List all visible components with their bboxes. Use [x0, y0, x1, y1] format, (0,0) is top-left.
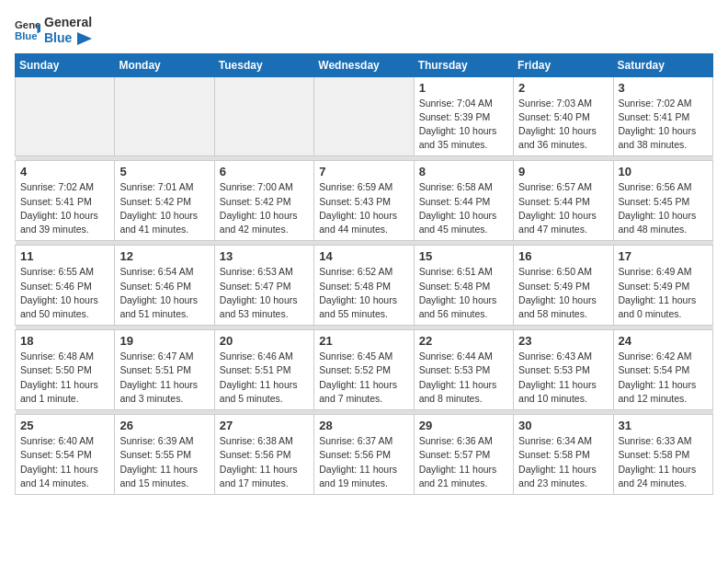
day-number: 8: [419, 165, 508, 178]
weekday-header-saturday: Saturday: [613, 53, 712, 76]
day-info: Sunrise: 6:58 AM Sunset: 5:44 PM Dayligh…: [419, 180, 508, 236]
day-info: Sunrise: 6:45 AM Sunset: 5:52 PM Dayligh…: [319, 350, 408, 406]
day-number: 11: [20, 249, 109, 263]
empty-cell: [115, 76, 214, 156]
day-info: Sunrise: 6:33 AM Sunset: 5:58 PM Dayligh…: [619, 434, 708, 490]
weekday-header-friday: Friday: [514, 53, 613, 76]
day-number: 7: [319, 165, 408, 178]
day-cell-17: 17Sunrise: 6:49 AM Sunset: 5:49 PM Dayli…: [613, 246, 712, 326]
day-cell-31: 31Sunrise: 6:33 AM Sunset: 5:58 PM Dayli…: [613, 415, 712, 495]
day-number: 14: [319, 249, 408, 263]
svg-text:General: General: [15, 19, 40, 30]
svg-text:Blue: Blue: [15, 29, 38, 40]
empty-cell: [16, 76, 115, 156]
day-info: Sunrise: 6:36 AM Sunset: 5:57 PM Dayligh…: [419, 434, 508, 490]
day-number: 19: [119, 334, 209, 348]
day-number: 30: [518, 419, 608, 432]
day-cell-20: 20Sunrise: 6:46 AM Sunset: 5:51 PM Dayli…: [214, 330, 313, 410]
day-info: Sunrise: 6:56 AM Sunset: 5:45 PM Dayligh…: [619, 180, 708, 236]
day-number: 29: [419, 419, 508, 432]
day-info: Sunrise: 6:39 AM Sunset: 5:55 PM Dayligh…: [119, 434, 209, 490]
day-info: Sunrise: 6:55 AM Sunset: 5:46 PM Dayligh…: [20, 265, 109, 321]
weekday-header-row: SundayMondayTuesdayWednesdayThursdayFrid…: [16, 53, 713, 76]
day-cell-29: 29Sunrise: 6:36 AM Sunset: 5:57 PM Dayli…: [414, 415, 513, 495]
day-cell-23: 23Sunrise: 6:43 AM Sunset: 5:53 PM Dayli…: [514, 330, 613, 410]
calendar-table: SundayMondayTuesdayWednesdayThursdayFrid…: [15, 53, 713, 495]
day-number: 1: [419, 81, 508, 95]
day-number: 23: [518, 334, 608, 348]
day-info: Sunrise: 6:59 AM Sunset: 5:43 PM Dayligh…: [319, 180, 408, 236]
day-cell-21: 21Sunrise: 6:45 AM Sunset: 5:52 PM Dayli…: [314, 330, 414, 410]
logo-text-blue: Blue: [44, 30, 92, 46]
day-cell-4: 4Sunrise: 7:02 AM Sunset: 5:41 PM Daylig…: [16, 161, 115, 241]
day-cell-3: 3Sunrise: 7:02 AM Sunset: 5:41 PM Daylig…: [613, 76, 712, 156]
day-cell-26: 26Sunrise: 6:39 AM Sunset: 5:55 PM Dayli…: [115, 415, 214, 495]
day-info: Sunrise: 6:37 AM Sunset: 5:56 PM Dayligh…: [319, 434, 408, 490]
day-number: 5: [119, 165, 209, 178]
day-cell-27: 27Sunrise: 6:38 AM Sunset: 5:56 PM Dayli…: [214, 415, 313, 495]
day-cell-6: 6Sunrise: 7:00 AM Sunset: 5:42 PM Daylig…: [214, 161, 313, 241]
day-number: 26: [119, 419, 209, 432]
day-cell-14: 14Sunrise: 6:52 AM Sunset: 5:48 PM Dayli…: [314, 246, 414, 326]
day-cell-9: 9Sunrise: 6:57 AM Sunset: 5:44 PM Daylig…: [514, 161, 613, 241]
day-cell-22: 22Sunrise: 6:44 AM Sunset: 5:53 PM Dayli…: [414, 330, 513, 410]
day-info: Sunrise: 7:01 AM Sunset: 5:42 PM Dayligh…: [119, 180, 209, 236]
day-number: 31: [619, 419, 708, 432]
day-info: Sunrise: 6:38 AM Sunset: 5:56 PM Dayligh…: [220, 434, 309, 490]
day-number: 17: [619, 249, 708, 263]
weekday-header-thursday: Thursday: [414, 53, 513, 76]
day-info: Sunrise: 6:53 AM Sunset: 5:47 PM Dayligh…: [220, 265, 309, 321]
weekday-header-tuesday: Tuesday: [214, 53, 313, 76]
day-info: Sunrise: 6:49 AM Sunset: 5:49 PM Dayligh…: [619, 265, 708, 321]
day-cell-12: 12Sunrise: 6:54 AM Sunset: 5:46 PM Dayli…: [115, 246, 214, 326]
empty-cell: [314, 76, 414, 156]
page-header: General Blue General Blue: [15, 15, 713, 46]
logo-icon: General Blue: [15, 17, 40, 43]
week-row-2: 4Sunrise: 7:02 AM Sunset: 5:41 PM Daylig…: [16, 161, 713, 241]
svg-marker-3: [77, 32, 92, 45]
day-cell-8: 8Sunrise: 6:58 AM Sunset: 5:44 PM Daylig…: [414, 161, 513, 241]
day-cell-25: 25Sunrise: 6:40 AM Sunset: 5:54 PM Dayli…: [16, 415, 115, 495]
day-cell-2: 2Sunrise: 7:03 AM Sunset: 5:40 PM Daylig…: [514, 76, 613, 156]
day-number: 28: [319, 419, 408, 432]
day-info: Sunrise: 6:50 AM Sunset: 5:49 PM Dayligh…: [518, 265, 608, 321]
day-info: Sunrise: 6:51 AM Sunset: 5:48 PM Dayligh…: [419, 265, 508, 321]
day-info: Sunrise: 7:02 AM Sunset: 5:41 PM Dayligh…: [619, 97, 708, 153]
day-number: 15: [419, 249, 508, 263]
day-number: 21: [319, 334, 408, 348]
day-cell-10: 10Sunrise: 6:56 AM Sunset: 5:45 PM Dayli…: [613, 161, 712, 241]
day-cell-16: 16Sunrise: 6:50 AM Sunset: 5:49 PM Dayli…: [514, 246, 613, 326]
day-info: Sunrise: 7:00 AM Sunset: 5:42 PM Dayligh…: [220, 180, 309, 236]
day-number: 3: [619, 81, 708, 95]
day-cell-1: 1Sunrise: 7:04 AM Sunset: 5:39 PM Daylig…: [414, 76, 513, 156]
day-number: 18: [20, 334, 109, 348]
week-row-5: 25Sunrise: 6:40 AM Sunset: 5:54 PM Dayli…: [16, 415, 713, 495]
day-info: Sunrise: 6:52 AM Sunset: 5:48 PM Dayligh…: [319, 265, 408, 321]
day-info: Sunrise: 6:47 AM Sunset: 5:51 PM Dayligh…: [119, 350, 209, 406]
day-number: 4: [20, 165, 109, 178]
day-number: 13: [220, 249, 309, 263]
day-info: Sunrise: 7:02 AM Sunset: 5:41 PM Dayligh…: [20, 180, 109, 236]
day-info: Sunrise: 7:03 AM Sunset: 5:40 PM Dayligh…: [518, 97, 608, 153]
empty-cell: [214, 76, 313, 156]
day-number: 10: [619, 165, 708, 178]
day-info: Sunrise: 6:48 AM Sunset: 5:50 PM Dayligh…: [20, 350, 109, 406]
day-info: Sunrise: 6:46 AM Sunset: 5:51 PM Dayligh…: [220, 350, 309, 406]
logo-text-general: General: [44, 15, 92, 30]
weekday-header-sunday: Sunday: [16, 53, 115, 76]
day-number: 6: [220, 165, 309, 178]
weekday-header-monday: Monday: [115, 53, 214, 76]
day-cell-5: 5Sunrise: 7:01 AM Sunset: 5:42 PM Daylig…: [115, 161, 214, 241]
logo-arrow-icon: [77, 32, 92, 45]
day-cell-11: 11Sunrise: 6:55 AM Sunset: 5:46 PM Dayli…: [16, 246, 115, 326]
day-number: 9: [518, 165, 608, 178]
week-row-1: 1Sunrise: 7:04 AM Sunset: 5:39 PM Daylig…: [16, 76, 713, 156]
day-cell-19: 19Sunrise: 6:47 AM Sunset: 5:51 PM Dayli…: [115, 330, 214, 410]
day-cell-15: 15Sunrise: 6:51 AM Sunset: 5:48 PM Dayli…: [414, 246, 513, 326]
week-row-4: 18Sunrise: 6:48 AM Sunset: 5:50 PM Dayli…: [16, 330, 713, 410]
day-cell-30: 30Sunrise: 6:34 AM Sunset: 5:58 PM Dayli…: [514, 415, 613, 495]
day-number: 2: [518, 81, 608, 95]
day-number: 25: [20, 419, 109, 432]
week-row-3: 11Sunrise: 6:55 AM Sunset: 5:46 PM Dayli…: [16, 246, 713, 326]
day-number: 22: [419, 334, 508, 348]
